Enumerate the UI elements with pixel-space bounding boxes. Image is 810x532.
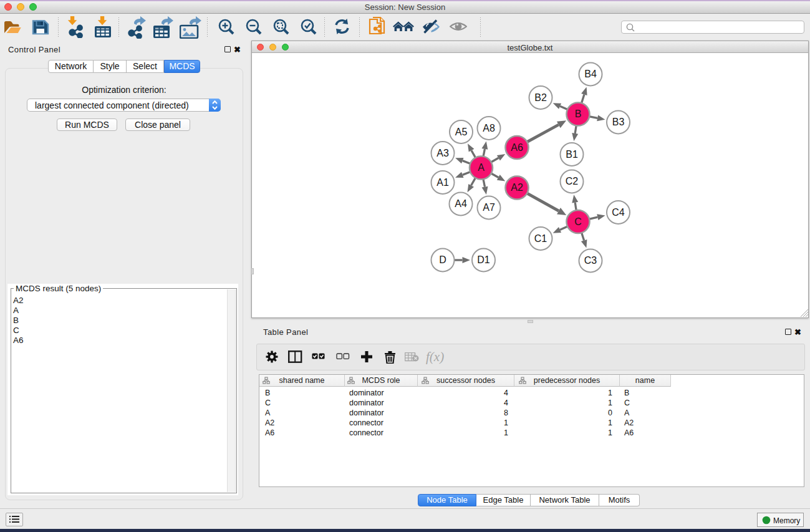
svg-text:A7: A7 [483,202,495,213]
svg-text:C4: C4 [612,207,625,218]
svg-text:B2: B2 [534,92,547,103]
svg-text:A1: A1 [436,177,449,188]
svg-text:A4: A4 [455,198,467,209]
svg-text:D1: D1 [477,254,490,265]
svg-text:A3: A3 [436,148,449,158]
svg-text:A8: A8 [483,123,495,133]
svg-text:C: C [574,216,582,227]
svg-text:C1: C1 [534,233,547,244]
svg-text:D: D [439,254,446,265]
svg-text:C2: C2 [566,176,579,186]
svg-text:B3: B3 [612,117,625,127]
svg-text:B1: B1 [566,149,578,160]
svg-text:A2: A2 [511,182,523,193]
svg-text:B: B [575,109,582,119]
svg-text:C3: C3 [584,255,597,266]
svg-text:A5: A5 [455,127,468,137]
svg-text:A6: A6 [511,142,523,153]
svg-text:A: A [478,162,485,173]
svg-text:B4: B4 [584,69,597,79]
